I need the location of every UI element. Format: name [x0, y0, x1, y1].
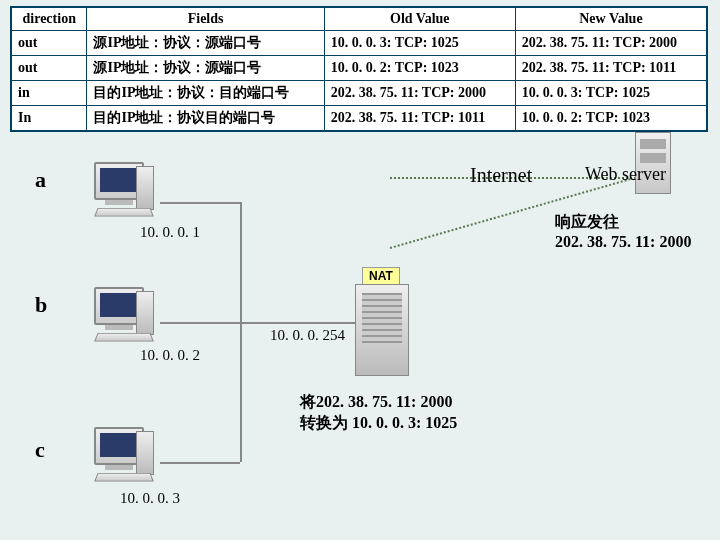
table-row: out 源IP地址：协议：源端口号 10. 0. 0. 3: TCP: 1025… [11, 31, 707, 56]
lan-segment-c [160, 462, 240, 464]
cell-fields: 源IP地址：协议：源端口号 [87, 56, 324, 81]
cell-old: 202. 38. 75. 11: TCP: 1011 [324, 106, 515, 132]
host-c-icon [90, 427, 160, 497]
host-a-ip: 10. 0. 0. 1 [140, 224, 200, 241]
network-diagram: a 10. 0. 0. 1 b 10. 0. 0. 2 c 10. 0. 0. … [0, 132, 720, 512]
table-row: In 目的IP地址：协议目的端口号 202. 38. 75. 11: TCP: … [11, 106, 707, 132]
table-row: in 目的IP地址：协议：目的端口号 202. 38. 75. 11: TCP:… [11, 81, 707, 106]
cell-new: 202. 38. 75. 11: TCP: 1011 [515, 56, 707, 81]
response-note: 响应发往 202. 38. 75. 11: 2000 [555, 212, 691, 251]
host-b-label: b [35, 292, 47, 318]
lan-segment-b [160, 322, 240, 324]
th-fields: Fields [87, 7, 324, 31]
cell-new: 10. 0. 0. 2: TCP: 1023 [515, 106, 707, 132]
cell-direction: out [11, 31, 87, 56]
nat-badge: NAT [362, 267, 400, 285]
nat-ip: 10. 0. 0. 254 [270, 327, 345, 344]
host-a-icon [90, 162, 160, 232]
cell-old: 10. 0. 0. 3: TCP: 1025 [324, 31, 515, 56]
cell-fields: 目的IP地址：协议：目的端口号 [87, 81, 324, 106]
th-new: New Value [515, 7, 707, 31]
lan-to-nat [240, 322, 355, 324]
nat-table: direction Fields Old Value New Value out… [10, 6, 708, 132]
nat-device-icon [355, 284, 409, 376]
cell-old: 10. 0. 0. 2: TCP: 1023 [324, 56, 515, 81]
cell-direction: out [11, 56, 87, 81]
host-c-ip: 10. 0. 0. 3 [120, 490, 180, 507]
table-row: out 源IP地址：协议：源端口号 10. 0. 0. 2: TCP: 1023… [11, 56, 707, 81]
th-old: Old Value [324, 7, 515, 31]
cell-old: 202. 38. 75. 11: TCP: 2000 [324, 81, 515, 106]
web-server-label: Web server [585, 164, 666, 185]
cell-fields: 目的IP地址：协议目的端口号 [87, 106, 324, 132]
cell-direction: in [11, 81, 87, 106]
cell-fields: 源IP地址：协议：源端口号 [87, 31, 324, 56]
host-c-label: c [35, 437, 45, 463]
cell-new: 202. 38. 75. 11: TCP: 2000 [515, 31, 707, 56]
lan-backbone [240, 202, 242, 462]
cell-direction: In [11, 106, 87, 132]
cell-new: 10. 0. 0. 3: TCP: 1025 [515, 81, 707, 106]
host-b-ip: 10. 0. 0. 2 [140, 347, 200, 364]
th-direction: direction [11, 7, 87, 31]
internet-label: Internet [470, 164, 532, 187]
translate-note: 将202. 38. 75. 11: 2000 转换为 10. 0. 0. 3: … [300, 392, 457, 434]
host-a-label: a [35, 167, 46, 193]
lan-segment-a [160, 202, 240, 204]
